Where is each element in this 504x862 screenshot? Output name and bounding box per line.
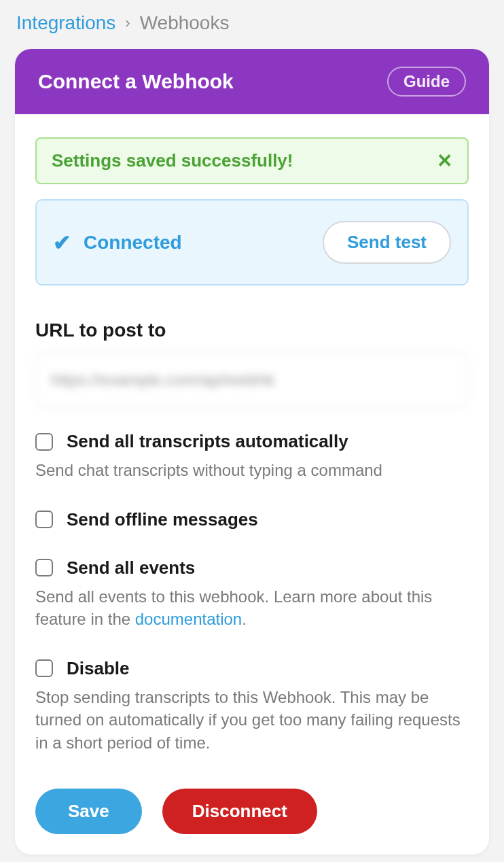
url-input[interactable] bbox=[35, 352, 469, 408]
checkbox-events[interactable] bbox=[35, 559, 53, 576]
check-icon: ✔ bbox=[53, 230, 71, 256]
card-header: Connect a Webhook Guide bbox=[15, 49, 489, 114]
webhook-card: Connect a Webhook Guide Settings saved s… bbox=[15, 49, 489, 855]
breadcrumb-separator: › bbox=[125, 14, 130, 32]
alert-message: Settings saved successfully! bbox=[52, 150, 293, 171]
option-transcripts: Send all transcripts automatically Send … bbox=[35, 431, 469, 482]
checkbox-transcripts[interactable] bbox=[35, 433, 53, 451]
status-left: ✔ Connected bbox=[53, 230, 182, 256]
page-title: Connect a Webhook bbox=[38, 70, 234, 93]
option-events: Send all events Send all events to this … bbox=[35, 557, 469, 631]
close-icon[interactable]: ✕ bbox=[437, 150, 452, 172]
option-title: Send all events bbox=[67, 557, 195, 579]
option-offline: Send offline messages bbox=[35, 509, 469, 530]
checkbox-disable[interactable] bbox=[35, 659, 53, 677]
success-alert: Settings saved successfully! ✕ bbox=[35, 137, 469, 184]
breadcrumb: Integrations › Webhooks bbox=[0, 0, 504, 49]
connection-status: ✔ Connected Send test bbox=[35, 199, 469, 286]
option-desc: Send all events to this webhook. Learn m… bbox=[35, 585, 469, 631]
breadcrumb-current: Webhooks bbox=[140, 12, 230, 34]
save-button[interactable]: Save bbox=[35, 789, 142, 834]
option-disable: Disable Stop sending transcripts to this… bbox=[35, 658, 469, 755]
url-field-label: URL to post to bbox=[35, 320, 469, 341]
guide-button[interactable]: Guide bbox=[387, 67, 466, 97]
disconnect-button[interactable]: Disconnect bbox=[162, 789, 317, 834]
option-desc: Send chat transcripts without typing a c… bbox=[35, 459, 469, 482]
option-title: Send all transcripts automatically bbox=[67, 431, 348, 452]
checkbox-offline[interactable] bbox=[35, 511, 53, 528]
card-body: Settings saved successfully! ✕ ✔ Connect… bbox=[15, 114, 489, 855]
option-desc: Stop sending transcripts to this Webhook… bbox=[35, 686, 469, 755]
send-test-button[interactable]: Send test bbox=[323, 221, 451, 264]
breadcrumb-parent-link[interactable]: Integrations bbox=[16, 12, 115, 34]
option-title: Send offline messages bbox=[67, 509, 258, 530]
option-title: Disable bbox=[67, 658, 130, 679]
desc-post: . bbox=[242, 610, 247, 628]
action-buttons: Save Disconnect bbox=[35, 789, 469, 834]
documentation-link[interactable]: documentation bbox=[135, 610, 242, 628]
status-label: Connected bbox=[84, 232, 182, 254]
